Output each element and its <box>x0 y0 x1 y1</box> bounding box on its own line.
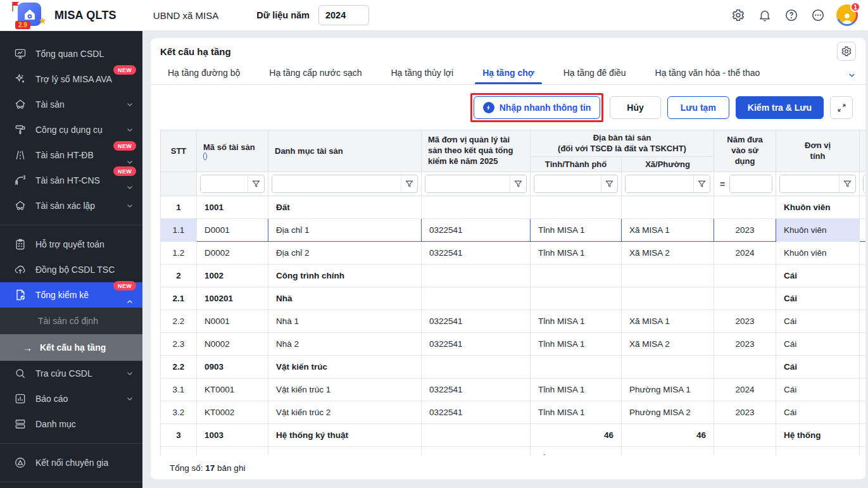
filter-input-nam[interactable] <box>730 175 772 192</box>
cell-xa[interactable]: Xã MISA 1 <box>622 310 714 333</box>
equals-operator[interactable]: = <box>717 179 725 189</box>
cell-nam[interactable] <box>714 196 776 219</box>
cell-danh-muc[interactable]: Nhà 1 <box>268 310 422 333</box>
cell-tinh[interactable] <box>531 196 622 219</box>
cell-stt[interactable]: 1 <box>161 196 197 219</box>
cell-overflow[interactable] <box>860 310 865 333</box>
filter-icon[interactable] <box>401 175 417 192</box>
cell-overflow[interactable] <box>860 333 865 356</box>
tab-ha-tang-cho[interactable]: Hạ tầng chợ <box>475 65 542 84</box>
filter-icon[interactable] <box>248 175 264 192</box>
cell-don-vi[interactable]: Cái <box>776 356 860 379</box>
cell-danh-muc[interactable]: Đất <box>268 196 422 219</box>
filter-input-overflow[interactable] <box>864 175 865 192</box>
cell-danh-muc[interactable]: Địa chỉ 2 <box>268 242 422 265</box>
sidebar-item-ho-tro-quyet-toan[interactable]: Hỗ trợ quyết toán <box>0 232 142 257</box>
cell-xa[interactable] <box>622 196 714 219</box>
cell-danh-muc[interactable]: Nhà 2 <box>268 333 422 356</box>
cell-ma-don-vi[interactable]: 0322541 <box>422 310 531 333</box>
cell-ma-so[interactable]: KT0001 <box>197 379 268 401</box>
cell-ma-don-vi[interactable]: 0322541 <box>422 401 531 424</box>
cell-ma-don-vi[interactable] <box>422 196 531 219</box>
cell-tinh[interactable] <box>531 287 622 310</box>
cell-overflow[interactable] <box>860 242 865 265</box>
sidebar-item-tong-quan-csdl[interactable]: Tổng quan CSDL <box>0 41 142 66</box>
cell-tinh[interactable]: Tỉnh MISA 1 <box>531 401 622 424</box>
cell-stt[interactable]: 10 <box>161 447 197 456</box>
cell-don-vi[interactable]: Khuôn viên <box>776 242 860 265</box>
filter-input-ma-don-vi[interactable] <box>425 175 510 192</box>
cell-nam[interactable] <box>714 356 776 379</box>
sidebar-item-danh-muc[interactable]: Danh mục <box>0 411 142 437</box>
sidebar-item-tai-san[interactable]: Tài sản <box>0 92 142 117</box>
cell-ma-don-vi[interactable]: 0322541 <box>422 379 531 401</box>
cell-nam[interactable]: 2023 <box>714 310 776 333</box>
cell-xa[interactable]: Xã MISA 2 <box>622 242 714 265</box>
cell-don-vi[interactable]: Cái <box>776 265 860 287</box>
more-icon[interactable] <box>807 4 829 26</box>
sidebar-item-tai-san-ht-cns[interactable]: Tài sản HT-CNS NEW <box>0 168 142 193</box>
cell-ma-don-vi[interactable] <box>422 265 531 287</box>
column-header-xa[interactable]: Xã/Phường <box>622 157 714 172</box>
cell-stt[interactable]: 2.1 <box>161 287 197 310</box>
settings-icon[interactable] <box>727 4 749 26</box>
cell-danh-muc[interactable]: Vật kiến trúc <box>268 356 422 379</box>
cell-don-vi[interactable]: Cái <box>776 310 860 333</box>
cell-don-vi[interactable]: 10 <box>776 447 860 456</box>
cell-stt[interactable]: 2.2 <box>161 310 197 333</box>
cell-ma-don-vi[interactable]: 0322541 <box>422 219 531 242</box>
cell-nam[interactable]: 2024 <box>714 379 776 401</box>
sidebar-item-cong-cu-dung-cu[interactable]: Công cụ dụng cụ <box>0 117 142 142</box>
sidebar-item-tong-kiem-ke[interactable]: Tổng kiểm kê NEW <box>0 282 142 308</box>
cell-danh-muc[interactable]: Vật kiến trúc 2 <box>268 401 422 424</box>
cell-overflow[interactable] <box>860 287 865 310</box>
filter-icon[interactable] <box>601 175 617 192</box>
cell-stt[interactable]: 3.1 <box>161 379 197 401</box>
cell-ma-so[interactable]: N0001 <box>197 310 268 333</box>
cell-danh-muc[interactable]: Địa chỉ 1 <box>268 219 422 242</box>
column-header-dia-ban[interactable]: Địa bàn tài sản(đối với TSCĐ là đất và T… <box>531 130 714 157</box>
cell-danh-muc[interactable]: Vật kiến trúc 1 <box>268 379 422 401</box>
cell-stt[interactable]: 3.2 <box>161 401 197 424</box>
cell-xa[interactable] <box>622 356 714 379</box>
cell-overflow[interactable] <box>860 379 865 401</box>
column-header-nam[interactable]: Năm đưa vào sử dụng <box>714 130 776 172</box>
cell-nam[interactable]: 2023 <box>714 401 776 424</box>
cell-xa[interactable]: Xã MISA 1 <box>622 219 714 242</box>
tab-ha-tang-de-dieu[interactable]: Hạ tầng đê điều <box>556 65 634 84</box>
column-header-danh-muc[interactable]: Danh mục tài sản <box>268 130 422 172</box>
cell-danh-muc[interactable]: Hệ thống ký thuật <box>268 424 422 447</box>
cell-overflow[interactable] <box>860 196 865 219</box>
column-header-ma-don-vi[interactable]: Mã đơn vị quản lý tài sản theo kết quả t… <box>422 130 531 172</box>
cell-xa[interactable] <box>622 265 714 287</box>
cell-stt[interactable]: 3 <box>161 424 197 447</box>
cell-don-vi[interactable]: Cái <box>776 333 860 356</box>
cell-ma-so[interactable]: D0002 <box>197 242 268 265</box>
cell-ma-so[interactable]: 1002 <box>197 265 268 287</box>
filter-input-danh-muc[interactable] <box>272 175 401 192</box>
avatar[interactable]: 1 <box>836 4 858 26</box>
tab-ha-tang-van-hoa-the-thao[interactable]: Hạ tầng văn hóa - thể thao <box>648 65 768 84</box>
cell-ma-don-vi[interactable] <box>422 356 531 379</box>
sidebar-subitem-ket-cau-ha-tang[interactable]: → Kết cấu hạ tầng <box>0 334 142 361</box>
cell-tinh[interactable]: Tỉnh MISA 1 <box>531 310 622 333</box>
cell-don-vi[interactable]: Cái <box>776 287 860 310</box>
cell-tinh[interactable] <box>531 356 622 379</box>
column-header-don-vi[interactable]: Đơn vị tính <box>776 130 860 172</box>
cell-xa[interactable]: Xã MISA 2 <box>622 447 714 456</box>
cell-don-vi[interactable]: Hệ thống <box>776 424 860 447</box>
quick-entry-button[interactable]: Nhập nhanh thông tin <box>474 96 601 119</box>
cell-danh-muc[interactable]: Công trình chính <box>268 265 422 287</box>
cell-ma-so[interactable]: 1111121 <box>197 447 268 456</box>
cell-overflow[interactable] <box>860 356 865 379</box>
column-header-ma-so[interactable]: Mã số tài sản <box>197 130 268 172</box>
cell-ma-don-vi[interactable]: 0322541 <box>422 447 531 456</box>
column-header-tinh[interactable]: Tỉnh/Thành phố <box>531 157 622 172</box>
filter-icon[interactable] <box>839 175 855 192</box>
cell-nam[interactable]: 2023 <box>714 219 776 242</box>
sidebar-item-tai-san-xac-lap[interactable]: Tài sản xác lập <box>0 193 142 218</box>
sidebar-subitem-tai-san-co-dinh[interactable]: Tài sản cố định <box>0 308 142 334</box>
cell-overflow[interactable] <box>860 219 865 242</box>
cell-xa[interactable]: Phường MISA 1 <box>622 379 714 401</box>
cell-tinh[interactable]: Tỉnh MISA 1 <box>531 447 622 456</box>
